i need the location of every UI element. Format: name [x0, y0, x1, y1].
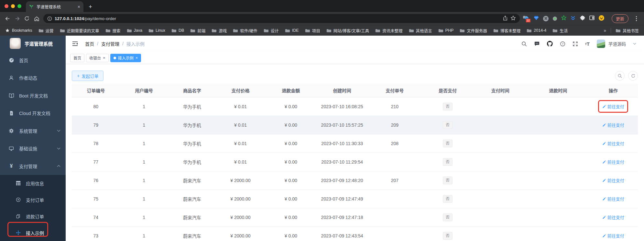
caret-down-icon[interactable]: [633, 43, 636, 45]
sidebar-item-refund-order[interactable]: 退款订单: [0, 208, 66, 224]
bookmark-folder[interactable]: 资讯未整理: [375, 28, 403, 34]
cell-price: ¥ 0.01: [216, 134, 265, 153]
extension-green-dot-icon[interactable]: [553, 17, 557, 21]
close-icon[interactable]: ×: [136, 56, 138, 60]
main-panel: 首页 / 支付管理 / 接入示例 ? тT 芋道源码 首页 收银台× 接入示例×: [66, 36, 644, 241]
bookmark-folder[interactable]: 项目: [305, 28, 320, 34]
browser-tab-bar: 芋道管理系统 × +: [0, 0, 644, 12]
tag-home[interactable]: 首页: [70, 54, 84, 62]
bookmark-folder[interactable]: 网站/博客/文章/工具: [326, 28, 369, 34]
extension-command-icon[interactable]: ⌘: [543, 16, 549, 21]
github-icon[interactable]: [547, 41, 553, 47]
back-icon[interactable]: [3, 14, 12, 23]
bookmark-star-icon[interactable]: [510, 15, 516, 22]
bookmark-folder[interactable]: 博客未整理: [493, 28, 521, 34]
sidebar-item-pay-order[interactable]: ¥ 支付订单: [0, 191, 66, 208]
refresh-button[interactable]: [628, 71, 638, 81]
bookmark-folder[interactable]: 运营: [38, 28, 54, 34]
window-minimize-button[interactable]: [11, 4, 15, 8]
bookmark-folder[interactable]: IDE: [285, 28, 299, 33]
bookmark-folder[interactable]: DB: [171, 28, 184, 33]
cell-refund: ¥ 0.00: [265, 226, 317, 241]
share-icon[interactable]: [503, 15, 508, 22]
bookmark-folder[interactable]: 设计: [264, 28, 279, 34]
go-pay-link[interactable]: 前往支付: [602, 196, 624, 202]
cell-action: 前往支付: [589, 97, 638, 116]
extension-star-icon[interactable]: [561, 15, 566, 22]
go-pay-link[interactable]: 前往支付: [602, 140, 624, 146]
bookmark-folder[interactable]: Linux: [148, 28, 165, 33]
sidebar-item-cloud-docs[interactable]: Cloud 开发文档: [0, 104, 66, 122]
go-pay-link[interactable]: 前往支付: [602, 214, 624, 220]
breadcrumb-payment[interactable]: 支付管理: [101, 40, 119, 47]
forward-icon[interactable]: [12, 14, 22, 23]
extension-gem-icon[interactable]: [534, 16, 539, 22]
bookmark-folder[interactable]: 软件/硬件: [233, 28, 257, 34]
split-screen-icon[interactable]: [589, 15, 595, 22]
help-icon[interactable]: ?: [560, 41, 565, 47]
sidebar-item-boot-docs[interactable]: Boot 开发文档: [0, 87, 66, 104]
bookmarks-root[interactable]: Bookmarks: [5, 28, 32, 33]
sidebar-item-app-info[interactable]: 应用信息: [0, 175, 66, 191]
bookmark-folder[interactable]: 其他语言: [409, 28, 432, 34]
bookmark-folder[interactable]: 2014-4: [527, 28, 546, 33]
close-icon[interactable]: ×: [103, 56, 105, 60]
new-tab-button[interactable]: +: [89, 4, 92, 10]
font-size-icon[interactable]: тT: [585, 41, 590, 47]
browser-tab[interactable]: 芋道管理系统 ×: [26, 1, 83, 12]
bookmark-folder[interactable]: 生活: [552, 28, 568, 34]
bookmark-folder[interactable]: 近期需要读的文章: [60, 28, 99, 34]
chrome-update-button[interactable]: 更新: [612, 14, 628, 23]
cell-price: ¥ 2000.00: [216, 208, 265, 226]
bookmark-folder[interactable]: 搜索: [105, 28, 121, 34]
sidebar-item-author[interactable]: 作者动态: [0, 69, 66, 86]
bookmark-folder[interactable]: 前端: [190, 28, 205, 34]
sidebar-item-demo[interactable]: 接入示例: [0, 224, 66, 241]
bookmark-folder[interactable]: Java: [127, 28, 142, 33]
bookmark-folder[interactable]: 游戏: [212, 28, 227, 34]
avatar[interactable]: [597, 40, 605, 48]
bookmark-folder[interactable]: PHP: [438, 28, 454, 33]
window-zoom-button[interactable]: [17, 4, 21, 8]
message-icon[interactable]: [534, 41, 540, 46]
username[interactable]: 芋道源码: [608, 40, 626, 47]
url-bar[interactable]: 127.0.0.1:1024/pay/demo-order: [43, 14, 520, 23]
window-close-button[interactable]: [5, 4, 8, 8]
breadcrumb-home[interactable]: 首页: [85, 40, 94, 47]
extensions-puzzle-icon[interactable]: [580, 15, 585, 22]
bookmarks-overflow-chevron[interactable]: »: [604, 28, 606, 33]
reload-icon[interactable]: [22, 14, 32, 23]
fullscreen-icon[interactable]: [573, 41, 578, 47]
cell-order-no: 75: [72, 189, 120, 208]
sidebar-item-system[interactable]: 系统管理: [0, 122, 66, 140]
sidebar-item-home[interactable]: 首页: [0, 52, 66, 69]
sidebar-item-payment[interactable]: ¥ 支付管理: [0, 157, 66, 175]
bookmark-folder[interactable]: 文件服务器: [460, 28, 487, 34]
create-order-button[interactable]: + 发起订单: [72, 71, 104, 81]
table-row: 74 1 蔚来汽车 ¥ 2000.00 ¥ 0.00 2023-07-09 12…: [72, 208, 638, 226]
tag-demo[interactable]: 接入示例×: [110, 54, 141, 62]
extension-chevrons-icon[interactable]: [571, 16, 575, 22]
go-pay-link[interactable]: 前往支付: [602, 159, 624, 165]
emoji-extension-icon[interactable]: [599, 15, 604, 22]
folder-icon: [60, 29, 65, 33]
go-pay-link[interactable]: 前往支付: [602, 177, 624, 183]
tab-close-icon[interactable]: ×: [78, 5, 80, 9]
sidebar-logo[interactable]: 芋道管理系统: [0, 36, 66, 52]
go-pay-link[interactable]: 前往支付: [602, 233, 624, 239]
fold-sidebar-icon[interactable]: [72, 41, 78, 46]
other-bookmarks-folder[interactable]: 其他书签: [616, 28, 639, 34]
site-info-icon[interactable]: [47, 16, 52, 21]
search-icon[interactable]: [521, 41, 527, 47]
extension-diamond-icon[interactable]: 12: [523, 16, 529, 21]
toggle-search-button[interactable]: [615, 71, 625, 81]
tag-cashier[interactable]: 收银台×: [86, 54, 109, 62]
table-row: 80 1 华为手机 ¥ 0.01 ¥ 0.00 2023-07-10 16:08…: [72, 97, 638, 116]
go-pay-link[interactable]: 前往支付: [602, 122, 624, 128]
sidebar-item-infra[interactable]: 基础设施: [0, 140, 66, 157]
home-icon[interactable]: [32, 14, 41, 23]
cell-product: 蔚来汽车: [168, 226, 216, 241]
cell-pay-no: [367, 153, 422, 171]
browser-menu-icon[interactable]: [633, 16, 639, 21]
go-pay-link[interactable]: 前往支付: [602, 103, 624, 109]
